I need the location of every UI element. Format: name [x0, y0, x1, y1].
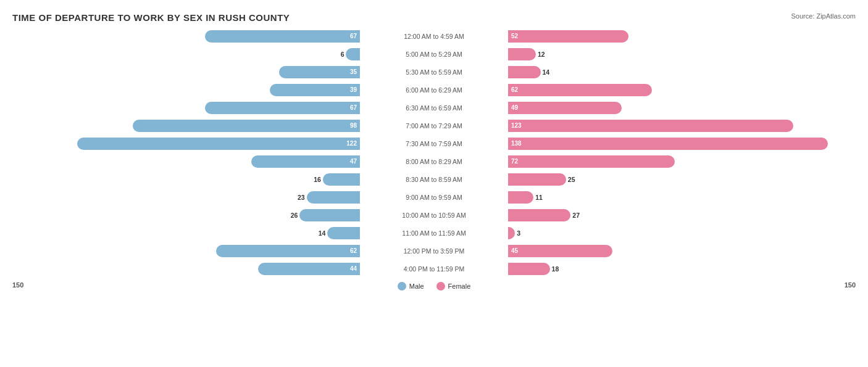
male-value-inside: 67	[350, 33, 360, 39]
male-value-outside: 26	[291, 212, 298, 219]
x-axis-left: 150	[12, 281, 23, 289]
table-row: 676:30 AM to 6:59 AM49	[12, 99, 856, 116]
female-value-outside: 3	[517, 229, 520, 237]
left-half: 26	[12, 209, 360, 221]
table-row: 396:00 AM to 6:29 AM62	[12, 81, 856, 98]
left-half: 67	[12, 30, 360, 43]
male-bar: 67	[205, 30, 360, 43]
male-value-outside: 14	[319, 229, 326, 237]
right-half: 62	[508, 84, 856, 96]
female-bar: 62	[508, 84, 652, 96]
right-half: 49	[508, 102, 856, 114]
left-half: 47	[12, 155, 360, 168]
right-half: 25	[508, 173, 856, 186]
female-bar: 138	[508, 138, 828, 150]
right-half: 138	[508, 138, 856, 150]
chart-title: TIME OF DEPARTURE TO WORK BY SEX IN RUSH…	[12, 12, 856, 23]
left-half: 23	[12, 191, 360, 204]
female-value-inside: 72	[508, 158, 518, 165]
male-bar: 122	[77, 138, 360, 150]
legend: Male Female	[398, 282, 471, 291]
table-row: 444:00 PM to 11:59 PM18	[12, 260, 856, 277]
female-value-inside: 49	[508, 104, 518, 111]
row-time-label: 9:00 AM to 9:59 AM	[360, 194, 508, 201]
male-value-outside: 23	[298, 194, 305, 201]
row-time-label: 5:00 AM to 5:29 AM	[360, 51, 508, 58]
table-row: 6212:00 PM to 3:59 PM45	[12, 242, 856, 259]
table-row: 478:00 AM to 8:29 AM72	[12, 153, 856, 170]
legend-female-box	[436, 282, 445, 291]
female-value-inside: 123	[508, 122, 522, 129]
female-value-outside: 11	[535, 194, 543, 201]
table-row: 1411:00 AM to 11:59 AM3	[12, 225, 856, 241]
row-time-label: 11:00 AM to 11:59 AM	[360, 229, 508, 237]
table-row: 239:00 AM to 9:59 AM11	[12, 189, 856, 205]
right-half: 52	[508, 30, 856, 43]
left-half: 35	[12, 66, 360, 78]
left-half: 67	[12, 102, 360, 114]
right-half: 11	[508, 191, 856, 204]
table-row: 2610:00 AM to 10:59 AM27	[12, 207, 856, 223]
right-half: 3	[508, 227, 856, 239]
left-half: 122	[12, 138, 360, 150]
legend-male: Male	[398, 282, 424, 291]
row-time-label: 4:00 PM to 11:59 PM	[360, 265, 508, 273]
male-bar: 35	[279, 66, 360, 78]
female-bar	[508, 173, 566, 186]
row-time-label: 12:00 PM to 3:59 PM	[360, 247, 508, 255]
row-time-label: 5:30 AM to 5:59 AM	[360, 68, 508, 76]
row-time-label: 7:30 AM to 7:59 AM	[360, 140, 508, 147]
male-value-inside: 39	[350, 86, 360, 93]
x-axis-right: 150	[845, 281, 856, 289]
legend-female-label: Female	[448, 282, 471, 290]
male-value-inside: 67	[350, 104, 360, 111]
female-value-inside: 52	[508, 33, 518, 39]
row-time-label: 6:30 AM to 6:59 AM	[360, 104, 508, 112]
female-bar	[508, 66, 541, 78]
male-bar: 67	[205, 102, 360, 114]
right-half: 45	[508, 245, 856, 257]
female-value-outside: 25	[568, 176, 575, 183]
left-half: 62	[12, 245, 360, 257]
table-row: 65:00 AM to 5:29 AM12	[12, 46, 856, 62]
table-row: 355:30 AM to 5:59 AM14	[12, 64, 856, 80]
male-value-inside: 35	[350, 68, 360, 75]
male-value-inside: 98	[350, 122, 360, 129]
male-value-inside: 44	[350, 265, 360, 272]
female-value-outside: 18	[552, 265, 559, 273]
male-bar	[299, 209, 360, 221]
row-time-label: 7:00 AM to 7:29 AM	[360, 122, 508, 130]
chart-container: TIME OF DEPARTURE TO WORK BY SEX IN RUSH…	[0, 0, 868, 367]
right-half: 12	[508, 48, 856, 60]
male-bar: 47	[251, 155, 360, 168]
female-bar	[508, 191, 533, 204]
male-bar: 62	[216, 245, 360, 257]
female-bar: 49	[508, 102, 622, 114]
female-bar	[508, 48, 536, 60]
female-bar	[508, 263, 550, 275]
female-value-inside: 45	[508, 247, 518, 254]
left-half: 14	[12, 227, 360, 239]
right-half: 18	[508, 263, 856, 275]
left-half: 16	[12, 173, 360, 186]
male-value-inside: 47	[350, 158, 360, 165]
left-half: 44	[12, 263, 360, 275]
bottom-area: 150 Male Female 150	[12, 279, 856, 291]
male-value-outside: 6	[341, 51, 344, 58]
male-bar: 44	[258, 263, 360, 275]
male-value-inside: 62	[350, 247, 360, 254]
row-time-label: 8:30 AM to 8:59 AM	[360, 176, 508, 183]
row-time-label: 12:00 AM to 4:59 AM	[360, 33, 508, 40]
table-row: 1227:30 AM to 7:59 AM138	[12, 135, 856, 152]
row-time-label: 8:00 AM to 8:29 AM	[360, 158, 508, 165]
female-value-inside: 138	[508, 140, 522, 147]
male-bar	[327, 227, 360, 239]
male-bar	[307, 191, 360, 204]
male-bar	[346, 48, 360, 60]
row-time-label: 10:00 AM to 10:59 AM	[360, 212, 508, 219]
male-bar: 39	[270, 84, 360, 96]
right-half: 27	[508, 209, 856, 221]
male-bar: 98	[133, 120, 360, 132]
table-row: 6712:00 AM to 4:59 AM52	[12, 28, 856, 44]
female-bar: 52	[508, 30, 628, 43]
